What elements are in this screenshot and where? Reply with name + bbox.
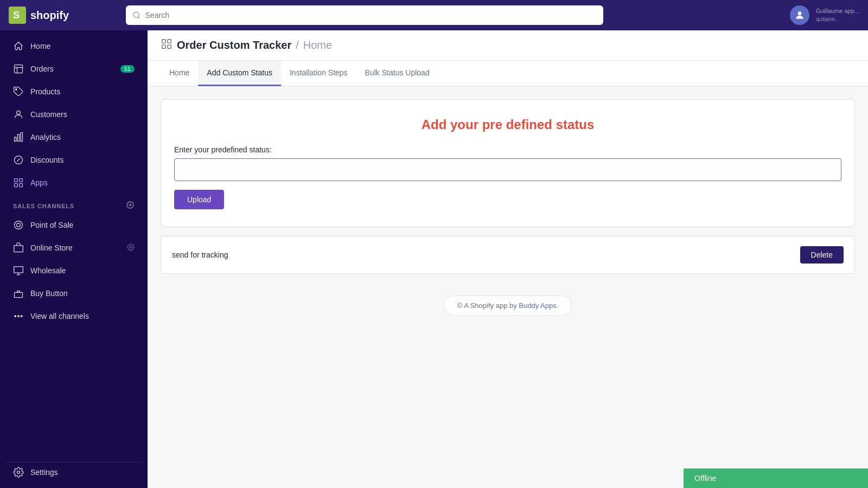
footer: © A Shopify app by Buddy Apps. xyxy=(161,282,855,329)
delete-button[interactable]: Delete xyxy=(800,246,844,264)
settings-icon xyxy=(13,467,24,478)
svg-rect-21 xyxy=(15,292,23,297)
sidebar-label-buy-button: Buy Button xyxy=(30,289,68,298)
form-label: Enter your predefined status: xyxy=(174,145,841,154)
svg-rect-9 xyxy=(21,133,22,142)
tab-bulk-status-upload[interactable]: Bulk Status Upload xyxy=(356,61,438,86)
logo: S shopify xyxy=(9,7,117,24)
svg-point-25 xyxy=(17,471,20,474)
topbar-right: Guillaume app... quitaine... xyxy=(790,5,859,25)
more-icon xyxy=(13,311,24,322)
svg-rect-28 xyxy=(162,45,165,48)
svg-text:S: S xyxy=(13,10,20,21)
add-sales-channel-button[interactable] xyxy=(126,201,135,211)
status-list-card: send for tracking Delete xyxy=(161,236,855,274)
footer-badge: © A Shopify app by Buddy Apps. xyxy=(444,296,572,316)
svg-rect-26 xyxy=(162,40,165,43)
sidebar-label-apps: Apps xyxy=(30,178,48,187)
svg-rect-27 xyxy=(168,40,171,43)
plus-circle-icon xyxy=(126,201,135,209)
breadcrumb: Order Custom Tracker / Home xyxy=(148,30,868,61)
sidebar-item-buy-button[interactable]: Buy Button xyxy=(4,282,143,304)
user-icon xyxy=(794,10,805,21)
footer-link[interactable]: Buddy Apps xyxy=(519,301,556,310)
store-icon xyxy=(13,242,24,253)
sidebar-item-wholesale[interactable]: Wholesale xyxy=(4,260,143,281)
status-input[interactable] xyxy=(174,158,841,181)
discounts-icon xyxy=(13,155,24,165)
tabs-bar: Home Add Custom Status Installation Step… xyxy=(148,61,868,86)
svg-point-24 xyxy=(21,316,23,317)
sidebar-item-analytics[interactable]: Analytics xyxy=(4,126,143,148)
sidebar-item-orders[interactable]: Orders 51 xyxy=(4,58,143,80)
sidebar-label-view-all: View all channels xyxy=(30,312,89,320)
svg-rect-11 xyxy=(15,179,18,182)
shopify-logo-icon: S xyxy=(9,7,26,24)
svg-rect-8 xyxy=(17,134,19,142)
store-domain: quitaine... xyxy=(816,16,859,23)
gear-icon xyxy=(127,243,135,251)
home-icon xyxy=(13,41,24,52)
breadcrumb-icon xyxy=(161,38,173,53)
svg-point-6 xyxy=(17,111,21,114)
sidebar-item-apps[interactable]: Apps xyxy=(4,172,143,194)
svg-rect-12 xyxy=(20,179,23,182)
sidebar-item-settings[interactable]: Settings xyxy=(4,462,143,483)
tab-home[interactable]: Home xyxy=(161,61,198,86)
sidebar-label-discounts: Discounts xyxy=(30,156,63,164)
sidebar-item-view-all-channels[interactable]: View all channels xyxy=(4,305,143,327)
sidebar-label-settings: Settings xyxy=(30,468,58,477)
sidebar-label-pos: Point of Sale xyxy=(30,221,73,229)
svg-rect-4 xyxy=(15,65,23,73)
svg-rect-29 xyxy=(168,45,171,48)
sidebar-label-orders: Orders xyxy=(30,65,54,73)
orders-badge: 51 xyxy=(120,65,135,73)
content-area: Add your pre defined status Enter your p… xyxy=(148,86,868,488)
sidebar-item-customers[interactable]: Customers xyxy=(4,104,143,125)
store-name: Guillaume app... xyxy=(816,7,859,15)
apps-icon xyxy=(13,177,24,188)
form-title: Add your pre defined status xyxy=(174,117,841,132)
sidebar-item-online-store[interactable]: Online Store xyxy=(4,237,143,259)
svg-point-16 xyxy=(15,221,23,229)
svg-rect-20 xyxy=(14,267,23,273)
sidebar-label-wholesale: Wholesale xyxy=(30,266,66,275)
svg-point-22 xyxy=(15,316,16,317)
offline-badge: Offline xyxy=(684,468,868,488)
buy-icon xyxy=(13,288,24,299)
upload-button[interactable]: Upload xyxy=(174,190,224,209)
sidebar-label-products: Products xyxy=(30,87,60,96)
breadcrumb-current: Home xyxy=(303,39,332,52)
sidebar-item-discounts[interactable]: Discounts xyxy=(4,149,143,171)
tab-installation-steps[interactable]: Installation Steps xyxy=(281,61,356,86)
store-info: Guillaume app... quitaine... xyxy=(816,7,859,23)
main-content: Order Custom Tracker / Home Home Add Cus… xyxy=(148,30,868,488)
status-text: send for tracking xyxy=(172,251,228,259)
sidebar-item-pos[interactable]: Point of Sale xyxy=(4,214,143,236)
svg-point-23 xyxy=(18,316,20,317)
search-bar[interactable] xyxy=(126,5,603,25)
add-status-card: Add your pre defined status Enter your p… xyxy=(161,99,855,227)
avatar[interactable] xyxy=(790,5,809,25)
search-input[interactable] xyxy=(145,11,597,20)
products-icon xyxy=(13,86,24,97)
wholesale-icon xyxy=(13,265,24,276)
svg-point-19 xyxy=(130,246,132,248)
svg-point-17 xyxy=(17,223,21,227)
svg-point-2 xyxy=(133,12,139,17)
grid-icon xyxy=(161,38,173,50)
sidebar-item-products[interactable]: Products xyxy=(4,81,143,102)
store-gear-icon[interactable] xyxy=(127,243,135,253)
sidebar-item-home[interactable]: Home xyxy=(4,35,143,57)
tab-add-custom-status[interactable]: Add Custom Status xyxy=(198,61,281,86)
svg-point-3 xyxy=(798,11,802,15)
svg-rect-18 xyxy=(14,246,23,252)
offline-label: Offline xyxy=(694,474,716,483)
logo-text: shopify xyxy=(30,9,69,22)
orders-icon xyxy=(13,63,24,74)
sidebar-label-online-store: Online Store xyxy=(30,243,73,252)
layout: Home Orders 51 Products Customers Anal xyxy=(0,30,868,488)
sidebar-label-analytics: Analytics xyxy=(30,133,61,142)
svg-rect-13 xyxy=(15,184,18,187)
sidebar: Home Orders 51 Products Customers Anal xyxy=(0,30,148,488)
